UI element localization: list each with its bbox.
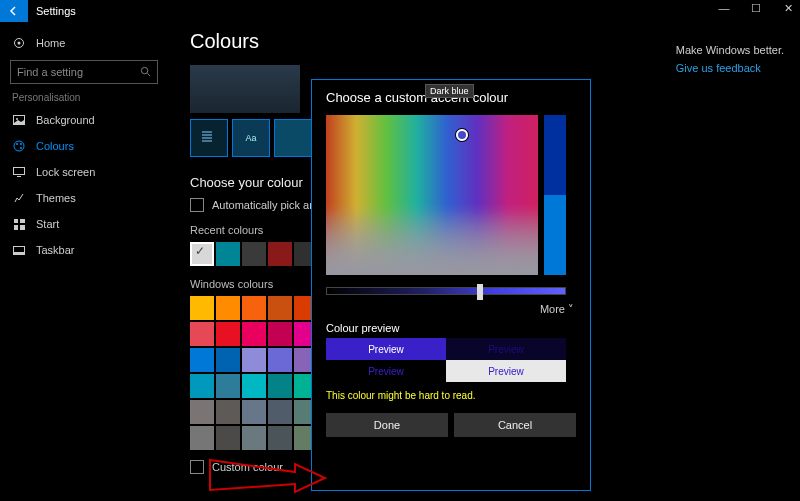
preview-cell: Preview <box>446 360 566 382</box>
svg-rect-12 <box>14 219 18 223</box>
svg-rect-14 <box>14 225 18 230</box>
gear-icon <box>12 37 26 49</box>
svg-point-6 <box>14 141 24 151</box>
preview-cell: Preview <box>326 360 446 382</box>
colour-swatch[interactable] <box>190 426 214 450</box>
sidebar-item-lockscreen[interactable]: Lock screen <box>10 159 170 185</box>
colour-swatch[interactable] <box>190 400 214 424</box>
colour-swatch[interactable] <box>216 348 240 372</box>
sidebar-item-label: Background <box>36 114 95 126</box>
custom-colour-label: Custom colour <box>212 461 283 473</box>
sidebar-item-colours[interactable]: Colours <box>10 133 170 159</box>
value-column[interactable] <box>544 115 566 275</box>
sidebar-group: Personalisation <box>12 92 170 103</box>
chevron-down-icon: ˅ <box>568 303 574 315</box>
grid-icon <box>12 219 26 230</box>
colour-swatch[interactable] <box>242 322 266 346</box>
more-toggle[interactable]: More ˅ <box>326 303 574 316</box>
done-button[interactable]: Done <box>326 413 448 437</box>
sidebar: Home Find a setting Personalisation Back… <box>0 22 170 263</box>
colour-swatch[interactable] <box>242 374 266 398</box>
svg-rect-13 <box>20 219 25 223</box>
checkbox[interactable] <box>190 460 204 474</box>
monitor-icon <box>12 167 26 177</box>
search-input[interactable]: Find a setting <box>10 60 158 84</box>
sidebar-item-label: Taskbar <box>36 244 75 256</box>
feedback-panel: Make Windows better. Give us feedback <box>676 44 784 74</box>
sidebar-item-background[interactable]: Background <box>10 107 170 133</box>
preview-cell: Preview <box>326 338 446 360</box>
colour-swatch[interactable] <box>268 426 292 450</box>
search-placeholder: Find a setting <box>17 66 83 78</box>
colour-swatch[interactable] <box>216 296 240 320</box>
preview-label: Colour preview <box>326 322 576 334</box>
search-icon <box>140 66 151 79</box>
picker-cursor[interactable] <box>456 129 468 141</box>
sidebar-item-start[interactable]: Start <box>10 211 170 237</box>
svg-point-1 <box>18 42 21 45</box>
cancel-button[interactable]: Cancel <box>454 413 576 437</box>
svg-point-9 <box>20 147 22 149</box>
slider-thumb[interactable] <box>477 284 483 300</box>
svg-rect-15 <box>20 225 25 230</box>
colour-swatch[interactable] <box>268 242 292 266</box>
colour-swatch[interactable] <box>268 400 292 424</box>
sidebar-item-taskbar[interactable]: Taskbar <box>10 237 170 263</box>
preview-tile <box>274 119 312 157</box>
colour-swatch[interactable] <box>190 322 214 346</box>
sidebar-home[interactable]: Home <box>10 30 170 56</box>
preview-tile: Aa <box>232 119 270 157</box>
preview-tile <box>190 119 228 157</box>
colour-swatch[interactable] <box>190 374 214 398</box>
sidebar-item-label: Start <box>36 218 59 230</box>
colour-swatch[interactable] <box>190 348 214 372</box>
colour-swatch[interactable] <box>242 426 266 450</box>
minimize-button[interactable]: — <box>716 2 732 15</box>
colour-spectrum[interactable] <box>326 115 538 275</box>
contrast-warning: This colour might be hard to read. <box>326 390 576 401</box>
colour-swatch[interactable] <box>216 400 240 424</box>
sidebar-home-label: Home <box>36 37 65 49</box>
desktop-preview <box>190 65 300 113</box>
window-title: Settings <box>28 5 76 17</box>
feedback-text: Make Windows better. <box>676 44 784 56</box>
colour-swatch[interactable] <box>216 242 240 266</box>
picture-icon <box>12 115 26 125</box>
colour-swatch[interactable] <box>216 322 240 346</box>
titlebar: Settings — ☐ ✕ <box>0 0 800 22</box>
svg-rect-10 <box>14 168 25 175</box>
svg-point-7 <box>16 143 18 145</box>
sidebar-item-themes[interactable]: Themes <box>10 185 170 211</box>
colour-swatch[interactable] <box>190 296 214 320</box>
colour-swatch[interactable] <box>216 426 240 450</box>
page-title: Colours <box>190 30 620 53</box>
colour-swatch[interactable] <box>216 374 240 398</box>
svg-point-2 <box>141 67 147 73</box>
colour-swatch[interactable] <box>268 296 292 320</box>
brush-icon <box>12 192 26 204</box>
colour-swatch[interactable] <box>268 322 292 346</box>
sidebar-item-label: Themes <box>36 192 76 204</box>
colour-swatch[interactable] <box>242 242 266 266</box>
svg-rect-17 <box>14 252 24 254</box>
back-button[interactable] <box>0 0 28 22</box>
taskbar-icon <box>12 246 26 255</box>
colour-swatch[interactable] <box>242 296 266 320</box>
palette-icon <box>12 140 26 152</box>
sidebar-item-label: Colours <box>36 140 74 152</box>
colour-swatch[interactable] <box>268 348 292 372</box>
colour-swatch[interactable] <box>190 242 214 266</box>
feedback-link[interactable]: Give us feedback <box>676 62 784 74</box>
close-button[interactable]: ✕ <box>780 2 796 15</box>
sidebar-item-label: Lock screen <box>36 166 95 178</box>
value-slider[interactable] <box>326 287 566 295</box>
colour-swatch[interactable] <box>242 348 266 372</box>
colour-swatch[interactable] <box>242 400 266 424</box>
svg-line-3 <box>147 73 150 76</box>
svg-point-8 <box>20 143 22 145</box>
maximize-button[interactable]: ☐ <box>748 2 764 15</box>
custom-colour-dialog: Dark blue Choose a custom accent colour … <box>311 79 591 491</box>
checkbox[interactable] <box>190 198 204 212</box>
colour-tooltip: Dark blue <box>425 84 474 98</box>
colour-swatch[interactable] <box>268 374 292 398</box>
